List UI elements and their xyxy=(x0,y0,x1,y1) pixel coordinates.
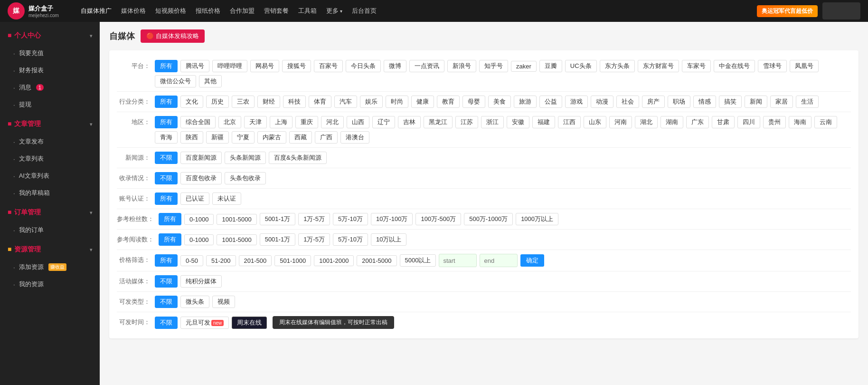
filter-btn-3-2[interactable]: 头条新闻源 xyxy=(225,152,266,164)
nav-link-0[interactable]: 自媒体推广 xyxy=(81,7,112,15)
nav-link-3[interactable]: 报纸价格 xyxy=(196,7,220,15)
filter-btn-0-12[interactable]: 豆瓣 xyxy=(539,60,562,72)
sidebar-header-0[interactable]: ■个人中心▾ xyxy=(0,27,100,45)
sidebar-item-3-0[interactable]: ·添加资源赚收益 xyxy=(0,259,100,276)
filter-btn-0-8[interactable]: 一点资讯 xyxy=(409,60,444,72)
filter-btn-2-6[interactable]: 河北 xyxy=(321,116,344,128)
filter-btn-0-2[interactable]: 哔哩哔哩 xyxy=(212,60,247,72)
subtitle-button[interactable]: 🔴 自媒体发稿攻略 xyxy=(141,29,205,43)
sidebar-item-1-3[interactable]: ·我的草稿箱 xyxy=(0,184,100,202)
filter-btn-2-27[interactable]: 陕西 xyxy=(180,131,203,144)
nav-link-8[interactable]: 后台首页 xyxy=(352,7,377,15)
price-end-input[interactable] xyxy=(480,254,518,267)
nav-link-2[interactable]: 短视频价格 xyxy=(155,7,186,15)
filter-btn-3-3[interactable]: 百度&头条新闻源 xyxy=(269,152,327,164)
filter-btn-1-25[interactable]: 生活 xyxy=(796,96,819,108)
filter-btn-0-0[interactable]: 所有 xyxy=(155,60,178,72)
filter-btn-2-0[interactable]: 所有 xyxy=(155,116,178,128)
filter-btn-0-3[interactable]: 网易号 xyxy=(250,60,279,72)
filter-btn-8-7[interactable]: 5000以上 xyxy=(400,254,436,267)
filter-btn-0-14[interactable]: 东方头条 xyxy=(600,60,635,72)
filter-btn-2-32[interactable]: 广西 xyxy=(315,131,338,144)
filter-btn-2-4[interactable]: 上海 xyxy=(270,116,292,128)
filter-btn-7-2[interactable]: 1001-5000 xyxy=(217,234,256,245)
filter-btn-8-2[interactable]: 51-200 xyxy=(206,255,236,266)
filter-btn-7-4[interactable]: 1万-5万 xyxy=(298,233,330,246)
filter-btn-1-17[interactable]: 动漫 xyxy=(591,96,613,108)
filter-btn-2-12[interactable]: 浙江 xyxy=(481,116,504,128)
filter-btn-5-0[interactable]: 所有 xyxy=(155,192,178,205)
filter-btn-2-16[interactable]: 山东 xyxy=(584,116,606,128)
filter-btn-1-5[interactable]: 科技 xyxy=(283,96,306,108)
sidebar-item-1-2[interactable]: ·AI文章列表 xyxy=(0,167,100,184)
filter-btn-0-18[interactable]: 雪球号 xyxy=(758,60,787,72)
filter-btn-1-3[interactable]: 三农 xyxy=(232,96,255,108)
filter-btn-7-0[interactable]: 所有 xyxy=(159,233,181,246)
filter-btn-6-7[interactable]: 100万-500万 xyxy=(415,213,461,225)
nav-link-4[interactable]: 合作加盟 xyxy=(230,7,255,15)
filter-btn-2-22[interactable]: 四川 xyxy=(737,116,760,128)
sidebar-item-2-0[interactable]: ·我的订单 xyxy=(0,221,100,239)
filter-btn-2-15[interactable]: 江西 xyxy=(558,116,581,128)
filter-btn-2-24[interactable]: 海南 xyxy=(789,116,811,128)
filter-btn-0-17[interactable]: 中金在线号 xyxy=(714,60,755,72)
filter-btn-2-8[interactable]: 辽宁 xyxy=(372,116,395,128)
filter-btn-7-6[interactable]: 10万以上 xyxy=(371,233,406,246)
filter-btn-6-4[interactable]: 1万-5万 xyxy=(298,213,330,225)
filter-btn-1-9[interactable]: 时尚 xyxy=(386,96,408,108)
filter-btn-1-21[interactable]: 情感 xyxy=(693,96,716,108)
sidebar-item-0-2[interactable]: ·消息1 xyxy=(0,79,100,96)
filter-btn-2-25[interactable]: 云南 xyxy=(814,116,837,128)
nav-link-7[interactable]: 更多▾ xyxy=(326,7,342,15)
filter-btn-1-14[interactable]: 旅游 xyxy=(514,96,537,108)
filter-btn-1-7[interactable]: 汽车 xyxy=(334,96,357,108)
filter-btn-0-19[interactable]: 凤凰号 xyxy=(790,60,819,72)
filter-btn-0-15[interactable]: 东方财富号 xyxy=(638,60,679,72)
filter-btn-0-16[interactable]: 车家号 xyxy=(682,60,711,72)
sidebar-header-3[interactable]: ■资源管理▾ xyxy=(0,241,100,259)
filter-btn-1-20[interactable]: 职场 xyxy=(668,96,690,108)
filter-btn-2-20[interactable]: 广东 xyxy=(686,116,709,128)
filter-btn-2-28[interactable]: 新疆 xyxy=(206,131,229,144)
filter-btn-1-13[interactable]: 美食 xyxy=(488,96,511,108)
filter-btn-1-0[interactable]: 所有 xyxy=(155,96,178,108)
sidebar-item-0-0[interactable]: ·我要充值 xyxy=(0,45,100,62)
filter-btn-7-1[interactable]: 0-1000 xyxy=(184,234,214,245)
nav-link-6[interactable]: 工具箱 xyxy=(298,7,317,15)
filter-btn-2-23[interactable]: 贵州 xyxy=(763,116,786,128)
filter-btn-0-6[interactable]: 今日头条 xyxy=(346,60,381,72)
filter-btn-2-31[interactable]: 西藏 xyxy=(289,131,312,144)
filter-btn-1-1[interactable]: 文化 xyxy=(180,96,203,108)
filter-btn-1-15[interactable]: 公益 xyxy=(539,96,562,108)
filter-btn-1-12[interactable]: 母婴 xyxy=(462,96,485,108)
filter-btn-8-0[interactable]: 所有 xyxy=(155,254,178,267)
filter-btn-3-1[interactable]: 百度新闻源 xyxy=(180,152,222,164)
filter-btn-2-5[interactable]: 重庆 xyxy=(295,116,318,128)
filter-btn-10-0[interactable]: 不限 xyxy=(155,296,178,308)
filter-btn-2-9[interactable]: 吉林 xyxy=(398,116,421,128)
filter-btn-4-0[interactable]: 不限 xyxy=(155,172,178,184)
filter-btn-1-22[interactable]: 搞笑 xyxy=(719,96,742,108)
sidebar-header-2[interactable]: ■订单管理▾ xyxy=(0,203,100,221)
filter-btn-2-10[interactable]: 黑龙江 xyxy=(424,116,453,128)
filter-btn-0-10[interactable]: 知乎号 xyxy=(479,60,508,72)
filter-btn-0-1[interactable]: 腾讯号 xyxy=(180,60,209,72)
filter-btn-11-0[interactable]: 不限 xyxy=(155,317,178,329)
filter-btn-8-6[interactable]: 2001-5000 xyxy=(357,255,396,266)
filter-btn-2-11[interactable]: 江苏 xyxy=(455,116,478,128)
filter-btn-1-18[interactable]: 社会 xyxy=(616,96,639,108)
filter-btn-10-1[interactable]: 微头条 xyxy=(180,296,209,308)
filter-btn-6-5[interactable]: 5万-10万 xyxy=(333,213,368,225)
filter-btn-1-11[interactable]: 教育 xyxy=(437,96,460,108)
filter-btn-2-3[interactable]: 天津 xyxy=(244,116,267,128)
filter-btn-8-5[interactable]: 1001-2000 xyxy=(314,255,354,266)
filter-btn-2-2[interactable]: 北京 xyxy=(218,116,241,128)
filter-btn-6-6[interactable]: 10万-100万 xyxy=(371,213,413,225)
filter-btn-2-19[interactable]: 湖南 xyxy=(660,116,683,128)
filter-btn-8-3[interactable]: 201-500 xyxy=(239,255,272,266)
filter-btn-10-2[interactable]: 视频 xyxy=(212,296,235,308)
filter-btn-4-1[interactable]: 百度包收录 xyxy=(180,172,222,184)
filter-btn-6-9[interactable]: 1000万以上 xyxy=(516,213,558,225)
filter-btn-7-3[interactable]: 5001-1万 xyxy=(260,233,295,246)
filter-btn-8-4[interactable]: 501-1000 xyxy=(274,255,311,266)
